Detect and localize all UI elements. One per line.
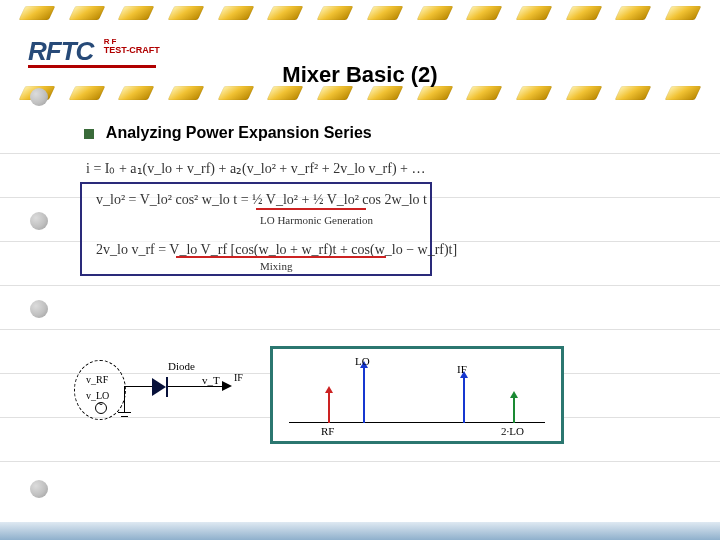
logo-sub: RF TEST-CRAFT <box>102 38 162 55</box>
bullet-heading: Analyzing Power Expansion Series <box>84 124 372 142</box>
diode-bar <box>166 377 168 397</box>
square-bullet-icon <box>84 129 94 139</box>
decor-bars-top <box>0 6 720 20</box>
decor-bars-mid <box>0 86 720 100</box>
footer-bar <box>0 522 720 540</box>
wire <box>124 386 152 387</box>
axis-if-label: IF <box>234 372 243 383</box>
margin-dot-icon <box>30 88 48 106</box>
margin-dot-icon <box>30 300 48 318</box>
equation-lo-squared: v_lo² = V_lo² cos² w_lo t = ½ V_lo² + ½ … <box>96 192 427 208</box>
diode-circuit: v_RF v_LO Diode v_T IF <box>74 350 262 430</box>
spectrum-label-2lo: 2·LO <box>501 425 524 437</box>
source-label-rf: v_RF <box>86 374 108 385</box>
spectrum-label-lo: LO <box>355 355 370 367</box>
arrow-right-icon <box>222 381 232 391</box>
wire <box>124 386 125 412</box>
equation-series: i = I₀ + a₁(v_lo + v_rf) + a₂(v_lo² + v_… <box>86 160 425 177</box>
margin-dot-icon <box>30 212 48 230</box>
spectrum-label-rf: RF <box>321 425 334 437</box>
output-label: v_T <box>202 374 220 386</box>
label-mixing: Mixing <box>260 260 292 272</box>
underline-lo <box>256 208 366 210</box>
spectrum-label-if: IF <box>457 363 467 375</box>
bullet-text: Analyzing Power Expansion Series <box>106 124 372 141</box>
ground-icon <box>118 412 131 413</box>
ground-icon <box>121 416 128 417</box>
label-lo-harmonic: LO Harmonic Generation <box>260 214 373 226</box>
wire <box>168 386 222 387</box>
diode-icon <box>152 378 166 396</box>
diode-label: Diode <box>168 360 195 372</box>
slide-title: Mixer Basic (2) <box>0 62 720 88</box>
spectrum-plot: RF LO IF 2·LO <box>270 346 564 444</box>
ac-source-icon <box>95 402 107 414</box>
underline-mixing <box>176 256 386 258</box>
margin-dot-icon <box>30 480 48 498</box>
